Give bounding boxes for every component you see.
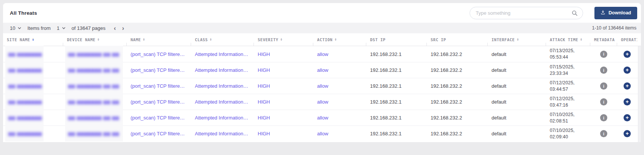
dst-ip-value: 192.168.232.1 bbox=[366, 67, 427, 73]
download-button-label: Download bbox=[608, 10, 631, 16]
severity-value: HIGH bbox=[254, 131, 313, 136]
page-number-select[interactable]: 1 bbox=[57, 25, 65, 31]
sort-icon: ▲▼ bbox=[143, 38, 145, 41]
action-link[interactable]: allow bbox=[313, 51, 366, 57]
column-header-name[interactable]: NAME ▲▼ bbox=[127, 33, 191, 46]
column-header-dst-ip: DST IP bbox=[366, 33, 427, 46]
dst-ip-value: 192.168.232.1 bbox=[366, 115, 427, 121]
sort-icon: ▲▼ bbox=[580, 38, 582, 41]
pagination-bar: 10 Items from 1 of 13647 pages ‹ › 1-10 … bbox=[3, 23, 641, 33]
title-actions: Download bbox=[470, 7, 637, 19]
operations-cell: + bbox=[617, 51, 637, 58]
info-icon[interactable]: i bbox=[600, 114, 607, 121]
column-header-class[interactable]: CLASS ▲▼ bbox=[191, 33, 254, 46]
add-icon[interactable]: + bbox=[624, 51, 631, 58]
threat-class-link[interactable]: Attempted Information… bbox=[191, 51, 254, 57]
interface-value: default bbox=[488, 83, 546, 89]
title-bar: All Threats Download bbox=[3, 3, 641, 23]
column-header-site-name[interactable]: SITE NAME ▲▼ bbox=[3, 33, 63, 46]
action-link[interactable]: allow bbox=[313, 83, 366, 89]
info-icon[interactable]: i bbox=[600, 82, 607, 90]
action-link[interactable]: allow bbox=[313, 131, 366, 136]
metadata-cell: i bbox=[590, 51, 617, 58]
interface-value: default bbox=[488, 67, 546, 73]
add-icon[interactable]: + bbox=[624, 67, 631, 74]
next-page-button[interactable]: › bbox=[122, 25, 124, 31]
interface-value: default bbox=[488, 131, 546, 136]
metadata-cell: i bbox=[590, 130, 617, 137]
metadata-cell: i bbox=[590, 67, 617, 74]
site-name-cell: ▆▆ ▆▆▆▆▆▆▆ bbox=[3, 126, 63, 141]
threat-class-link[interactable]: Attempted Information… bbox=[191, 131, 254, 136]
redacted-site-name: ▆▆ ▆▆▆▆▆▆▆ bbox=[5, 110, 44, 126]
page-title: All Threats bbox=[10, 10, 37, 16]
table-body: ▆▆ ▆▆▆▆▆▆▆ ▆▆ ▆▆▆▆▆▆▆ ▆▆ ▆▆ (port_scan) … bbox=[3, 46, 641, 141]
add-icon[interactable]: + bbox=[624, 98, 631, 105]
threat-class-link[interactable]: Attempted Information… bbox=[191, 83, 254, 89]
severity-value: HIGH bbox=[254, 115, 313, 121]
download-button[interactable]: Download bbox=[594, 7, 637, 19]
table-header-row: SITE NAME ▲▼ DEVICE NAME ▲▼ NAME ▲▼ CLAS… bbox=[3, 33, 641, 46]
redacted-site-name: ▆▆ ▆▆▆▆▆▆▆ bbox=[5, 94, 44, 110]
threat-name-link[interactable]: (port_scan) TCP filtere… bbox=[127, 83, 191, 89]
info-icon[interactable]: i bbox=[600, 51, 607, 58]
threat-class-link[interactable]: Attempted Information… bbox=[191, 67, 254, 73]
column-header-severity[interactable]: SEVERITY ▲▼ bbox=[254, 33, 313, 46]
operations-cell: + bbox=[617, 114, 637, 121]
operations-cell: + bbox=[617, 130, 637, 137]
attack-time-value: 07/12/2025,03:47:16 bbox=[546, 96, 590, 108]
info-icon[interactable]: i bbox=[600, 98, 607, 105]
operations-cell: + bbox=[617, 98, 637, 105]
info-icon[interactable]: i bbox=[600, 67, 607, 74]
vertical-scrollbar[interactable] bbox=[638, 46, 641, 142]
action-link[interactable]: allow bbox=[313, 115, 366, 121]
sort-icon: ▲▼ bbox=[98, 38, 99, 41]
add-icon[interactable]: + bbox=[624, 114, 631, 121]
action-link[interactable]: allow bbox=[313, 67, 366, 73]
redacted-device-name: ▆▆ ▆▆▆▆▆▆▆ ▆▆ ▆▆ bbox=[65, 94, 123, 110]
column-header-interface[interactable]: INTERFACE ▲▼ bbox=[488, 33, 546, 46]
metadata-cell: i bbox=[590, 114, 617, 121]
src-ip-value: 192.168.232.2 bbox=[427, 99, 488, 105]
chevron-down-icon bbox=[18, 26, 21, 30]
sort-icon: ▲▼ bbox=[210, 38, 212, 41]
dst-ip-value: 192.168.232.1 bbox=[366, 131, 427, 136]
threat-name-link[interactable]: (port_scan) TCP filtere… bbox=[127, 99, 191, 105]
dst-ip-value: 192.168.232.1 bbox=[366, 51, 427, 57]
download-icon bbox=[600, 10, 605, 16]
site-name-cell: ▆▆ ▆▆▆▆▆▆▆ bbox=[3, 62, 63, 78]
severity-value: HIGH bbox=[254, 99, 313, 105]
previous-page-button[interactable]: ‹ bbox=[114, 25, 116, 31]
severity-value: HIGH bbox=[254, 67, 313, 73]
interface-value: default bbox=[488, 99, 546, 105]
column-header-device-name[interactable]: DEVICE NAME ▲▼ bbox=[63, 33, 127, 46]
threat-name-link[interactable]: (port_scan) TCP filtere… bbox=[127, 131, 191, 136]
site-name-cell: ▆▆ ▆▆▆▆▆▆▆ bbox=[3, 94, 63, 110]
items-range-label: 1-10 of 136464 items bbox=[592, 25, 636, 31]
src-ip-value: 192.168.232.2 bbox=[427, 67, 488, 73]
search-icon[interactable] bbox=[571, 10, 578, 18]
column-header-action[interactable]: ACTION ▲▼ bbox=[313, 33, 366, 46]
threat-name-link[interactable]: (port_scan) TCP filtere… bbox=[127, 115, 191, 121]
site-name-cell: ▆▆ ▆▆▆▆▆▆▆ bbox=[3, 110, 63, 126]
threat-class-link[interactable]: Attempted Information… bbox=[191, 99, 254, 105]
action-link[interactable]: allow bbox=[313, 99, 366, 105]
add-icon[interactable]: + bbox=[624, 130, 631, 137]
page-size-select[interactable]: 10 bbox=[10, 25, 21, 31]
info-icon[interactable]: i bbox=[600, 130, 607, 137]
device-name-cell: ▆▆ ▆▆▆▆▆▆▆ ▆▆ ▆▆ bbox=[63, 62, 127, 78]
column-header-attack-time[interactable]: ATTACK TIME ▲▼ bbox=[546, 33, 590, 46]
threat-name-link[interactable]: (port_scan) TCP filtere… bbox=[127, 51, 191, 57]
metadata-cell: i bbox=[590, 82, 617, 90]
operations-cell: + bbox=[617, 67, 637, 74]
redacted-device-name: ▆▆ ▆▆▆▆▆▆▆ ▆▆ ▆▆ bbox=[65, 62, 123, 78]
search-box bbox=[470, 7, 583, 19]
threat-name-link[interactable]: (port_scan) TCP filtere… bbox=[127, 67, 191, 73]
redacted-site-name: ▆▆ ▆▆▆▆▆▆▆ bbox=[5, 126, 44, 141]
total-pages-label: of 13647 pages bbox=[72, 25, 106, 31]
device-name-cell: ▆▆ ▆▆▆▆▆▆▆ ▆▆ ▆▆ bbox=[63, 46, 127, 62]
threat-class-link[interactable]: Attempted Information… bbox=[191, 115, 254, 121]
page-size-value: 10 bbox=[10, 25, 15, 31]
search-input[interactable] bbox=[470, 7, 583, 19]
add-icon[interactable]: + bbox=[624, 82, 631, 90]
